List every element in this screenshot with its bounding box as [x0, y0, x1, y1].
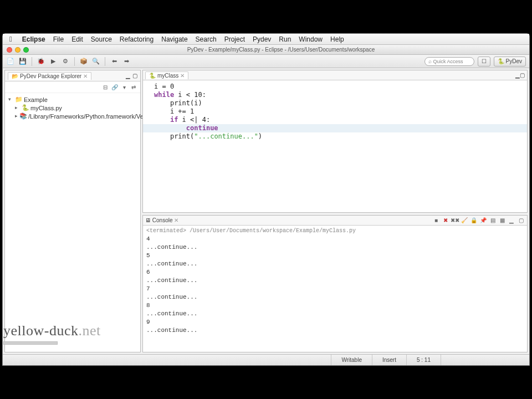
pin-console-icon[interactable]: 📌 [479, 217, 487, 224]
console-icon: 🖥 [145, 217, 151, 223]
quick-access-placeholder: Quick Access [433, 59, 463, 64]
menu-edit[interactable]: Edit [68, 35, 86, 43]
clear-console-icon[interactable]: 🧹 [461, 217, 468, 224]
search-button[interactable]: 🔍 [91, 57, 100, 66]
expand-icon[interactable]: ▸ [15, 105, 20, 110]
menu-pydev[interactable]: Pydev [249, 35, 274, 43]
package-explorer-tabbar: 📂 PyDev Package Explorer ✕ ▁ ▢ [5, 70, 140, 81]
console-tab[interactable]: 🖥 Console ✕ [145, 217, 178, 223]
package-explorer-title: PyDev Package Explorer [20, 73, 81, 79]
menu-source[interactable]: Source [88, 35, 115, 43]
titlebar: PyDev - Example/myClass.py - Eclipse - /… [3, 45, 529, 55]
link-editor-icon[interactable]: 🔗 [111, 83, 119, 91]
watermark: yellow-duck.net [3, 323, 101, 345]
minimize-view-icon[interactable]: ▁ [126, 73, 130, 79]
minimize-view-icon[interactable]: ▁ [508, 217, 515, 224]
quick-access-search[interactable]: ⌕ Quick Access [424, 57, 474, 66]
menu-file[interactable]: File [50, 35, 67, 43]
tree-pyfile-node[interactable]: ▸ 🐍 myClass.py [8, 104, 137, 112]
editor-tab[interactable]: 🐍 myClass ✕ [145, 71, 188, 79]
status-cursor-position: 5 : 11 [406, 355, 441, 365]
external-tools-button[interactable]: ⚙ [61, 57, 70, 66]
new-button[interactable]: 📄 [6, 57, 15, 66]
console-tab-label: Console [152, 217, 173, 223]
perspective-pydev[interactable]: 🐍 PyDev [494, 57, 526, 66]
run-button[interactable]: ▶ [49, 57, 58, 66]
close-tab-icon[interactable]: ✕ [174, 217, 178, 223]
menu-refactoring[interactable]: Refactoring [116, 35, 157, 43]
library-icon: 📚 [19, 112, 27, 120]
status-writable: Writable [331, 355, 372, 365]
maximize-view-icon[interactable]: ▢ [520, 72, 525, 78]
python-file-icon: 🐍 [149, 73, 156, 79]
window-title: PyDev - Example/myClass.py - Eclipse - /… [33, 47, 529, 53]
python-file-icon: 🐍 [22, 104, 29, 111]
package-explorer-tab[interactable]: 📂 PyDev Package Explorer ✕ [8, 72, 91, 80]
minimize-view-icon[interactable]: ▁ [515, 72, 520, 78]
maximize-view-icon[interactable]: ▢ [517, 217, 525, 224]
watermark-text-b: .net [78, 323, 100, 339]
open-perspective-button[interactable]: ☐ [478, 57, 490, 66]
tree-lib-node[interactable]: ▸ 📚 /Library/Frameworks/Python.framework… [8, 112, 137, 120]
view-menu-icon[interactable]: ▾ [120, 83, 128, 91]
project-icon: 📁 [15, 96, 22, 103]
package-explorer-toolbar: ⊟ 🔗 ▾ ⇄ [5, 81, 140, 93]
perspective-label: PyDev [506, 58, 522, 64]
expand-icon[interactable]: ▾ [8, 97, 13, 102]
debug-button[interactable]: 🐞 [37, 57, 45, 66]
scroll-lock-icon[interactable]: 🔒 [470, 217, 478, 224]
console-toolbar: ■ ✖ ✖✖ 🧹 🔒 📌 ▤ ▦ ▁ ▢ [432, 217, 525, 224]
traffic-lights [3, 47, 33, 53]
console-view: 🖥 Console ✕ ■ ✖ ✖✖ 🧹 🔒 📌 ▤ ▦ ▁ [142, 215, 528, 352]
tree-label: Example [24, 96, 48, 103]
open-console-icon[interactable]: ▦ [498, 217, 506, 224]
status-insert-mode: Insert [372, 355, 406, 365]
forward-button[interactable]: ➡ [122, 57, 131, 66]
code-editor-view: 🐍 myClass ✕ ▁ ▢ i = 0while i < 10: print… [142, 70, 528, 213]
focus-icon[interactable]: ⇄ [130, 83, 137, 91]
eclipse-window:  Eclipse File Edit Source Refactoring N… [2, 33, 530, 366]
back-button[interactable]: ⬅ [110, 57, 119, 66]
remove-launch-icon[interactable]: ✖ [442, 217, 449, 224]
close-tab-icon[interactable]: ✕ [180, 73, 185, 79]
zoom-window-button[interactable] [23, 47, 29, 53]
minimize-window-button[interactable] [15, 47, 21, 53]
remove-all-icon[interactable]: ✖✖ [451, 217, 459, 224]
menu-search[interactable]: Search [192, 35, 220, 43]
apple-menu-icon[interactable]:  [6, 35, 16, 43]
status-bar: Writable Insert 5 : 11 [3, 354, 529, 365]
display-selected-icon[interactable]: ▤ [489, 217, 497, 224]
close-window-button[interactable] [7, 47, 12, 53]
terminate-icon[interactable]: ■ [432, 217, 440, 224]
workbench-area: 📂 PyDev Package Explorer ✕ ▁ ▢ ⊟ 🔗 ▾ ⇄ ▾… [3, 68, 529, 354]
console-output[interactable]: <terminated> /Users/User/Documents/works… [143, 226, 527, 352]
close-tab-icon[interactable]: ✕ [83, 73, 88, 79]
tree-project-node[interactable]: ▾ 📁 Example [8, 95, 137, 104]
collapse-all-icon[interactable]: ⊟ [101, 83, 109, 91]
new-module-button[interactable]: 📦 [79, 57, 88, 66]
menu-help[interactable]: Help [327, 35, 347, 43]
code-editor[interactable]: i = 0while i < 10: print(i) i += 1 if i … [143, 80, 527, 212]
watermark-text-a: yellow-duck [3, 323, 78, 339]
tree-label: myClass.py [30, 105, 62, 111]
expand-icon[interactable]: ▸ [15, 114, 18, 119]
main-toolbar: 📄 💾 🐞 ▶ ⚙ 📦 🔍 ⬅ ➡ ⌕ Quick Access ☐ 🐍 PyD… [3, 55, 529, 68]
app-menu[interactable]: Eclipse [19, 35, 49, 43]
maximize-view-icon[interactable]: ▢ [132, 73, 137, 79]
package-explorer-icon: 📂 [12, 73, 18, 79]
editor-tabbar: 🐍 myClass ✕ ▁ ▢ [143, 70, 527, 80]
save-button[interactable]: 💾 [18, 57, 27, 66]
menu-run[interactable]: Run [275, 35, 294, 43]
menu-navigate[interactable]: Navigate [158, 35, 191, 43]
mac-menubar:  Eclipse File Edit Source Refactoring N… [3, 34, 529, 45]
project-tree[interactable]: ▾ 📁 Example ▸ 🐍 myClass.py ▸ 📚 /Library/… [5, 93, 140, 352]
watermark-bar [3, 341, 58, 345]
editor-area: 🐍 myClass ✕ ▁ ▢ i = 0while i < 10: print… [142, 70, 528, 352]
package-explorer-view: 📂 PyDev Package Explorer ✕ ▁ ▢ ⊟ 🔗 ▾ ⇄ ▾… [4, 70, 141, 352]
menu-window[interactable]: Window [295, 35, 326, 43]
menu-project[interactable]: Project [221, 35, 248, 43]
console-tabbar: 🖥 Console ✕ ■ ✖ ✖✖ 🧹 🔒 📌 ▤ ▦ ▁ [143, 216, 527, 226]
python-icon: 🐍 [498, 58, 504, 64]
search-icon: ⌕ [428, 58, 432, 64]
editor-tab-label: myClass [157, 73, 178, 79]
